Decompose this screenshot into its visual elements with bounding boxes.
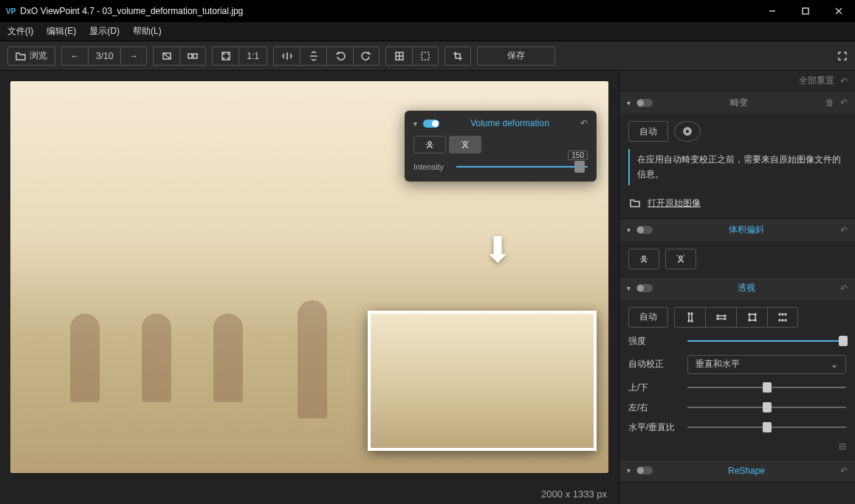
section-reshape: ▾ ReShape ↶ bbox=[619, 460, 855, 483]
nav-counter: 3/10 bbox=[88, 46, 120, 66]
overlay-enable-toggle[interactable] bbox=[423, 120, 439, 128]
up-down-slider[interactable] bbox=[687, 382, 846, 393]
menu-edit[interactable]: 编辑(E) bbox=[47, 25, 76, 38]
section-perspective: ▾ 透视 ↶ 自动 强度 bbox=[619, 277, 855, 460]
svg-line-5 bbox=[163, 53, 171, 59]
svg-point-13 bbox=[428, 142, 431, 145]
auto-correct-select[interactable]: 垂直和水平 ⌄ bbox=[687, 355, 846, 374]
minimize-button[interactable] bbox=[755, 0, 789, 22]
prev-image-button[interactable]: ← bbox=[61, 46, 88, 66]
zoom-11-button[interactable]: 1:1 bbox=[238, 46, 267, 66]
section-distortion-header[interactable]: ▾ 畸变 🗑 ↶ bbox=[619, 92, 855, 114]
left-right-label: 左/右 bbox=[628, 401, 680, 414]
crop-button[interactable] bbox=[444, 46, 471, 66]
reset-icon[interactable]: ↶ bbox=[840, 225, 848, 235]
chevron-down-icon: ▾ bbox=[627, 99, 631, 107]
save-button[interactable]: 保存 bbox=[477, 46, 555, 66]
distortion-auto-button[interactable]: 自动 bbox=[628, 121, 668, 142]
perspective-horizontal-button[interactable] bbox=[705, 307, 736, 328]
menu-help[interactable]: 帮助(L) bbox=[133, 25, 162, 38]
compare-single-button[interactable] bbox=[153, 46, 179, 66]
section-distortion: ▾ 畸变 🗑 ↶ 自动 在应用自动畸变校正之前，需要来自原始图像文件的信息。 打… bbox=[619, 92, 855, 219]
menu-bar: 文件(I) 编辑(E) 显示(D) 帮助(L) bbox=[0, 22, 855, 41]
svg-point-40 bbox=[782, 320, 783, 321]
perspective-enable-toggle[interactable] bbox=[636, 284, 653, 292]
window-title: DxO ViewPoint 4.7 - 03_volume_deformatio… bbox=[20, 6, 755, 16]
status-bar: 2000 x 1333 px bbox=[0, 483, 619, 504]
chevron-down-icon: ⌄ bbox=[831, 359, 838, 370]
volume-mode-horizontal-button[interactable] bbox=[413, 136, 446, 153]
distortion-manual-button[interactable] bbox=[674, 121, 701, 142]
section-perspective-header[interactable]: ▾ 透视 ↶ bbox=[619, 277, 855, 300]
zoom-fit-button[interactable] bbox=[212, 46, 238, 66]
image-viewer: ▾ Volume deformation ↶ Intensity 150 bbox=[0, 71, 619, 504]
close-button[interactable] bbox=[822, 0, 855, 22]
section-volume-header[interactable]: ▾ 体积偏斜 ↶ bbox=[619, 219, 855, 241]
chevron-down-icon: ▾ bbox=[627, 226, 631, 234]
trash-icon[interactable]: 🗑 bbox=[825, 97, 834, 108]
expand-more-icon[interactable]: ⊟ bbox=[628, 441, 846, 452]
distortion-notice: 在应用自动畸变校正之前，需要来自原始图像文件的信息。 bbox=[628, 149, 846, 185]
canvas-area[interactable]: ▾ Volume deformation ↶ Intensity 150 bbox=[0, 71, 619, 483]
fullscreen-button[interactable] bbox=[837, 51, 848, 61]
arrow-down-icon: ⬇ bbox=[483, 229, 512, 270]
folder-icon bbox=[630, 198, 640, 208]
reset-icon[interactable]: ↶ bbox=[840, 283, 848, 294]
volume-mode-diagonal-button[interactable] bbox=[449, 136, 481, 153]
grid-group bbox=[385, 46, 439, 66]
svg-point-14 bbox=[464, 142, 467, 145]
auto-correct-value: 垂直和水平 bbox=[696, 358, 740, 370]
main-image: ▾ Volume deformation ↶ Intensity 150 bbox=[10, 81, 608, 473]
compare-group bbox=[153, 46, 206, 66]
reset-icon[interactable]: ↶ bbox=[840, 466, 848, 476]
maximize-button[interactable] bbox=[789, 0, 822, 22]
open-original-link[interactable]: 打开原始图像 bbox=[648, 197, 701, 210]
chevron-down-icon: ▾ bbox=[627, 284, 631, 292]
overlay-reset-icon[interactable]: ↶ bbox=[580, 118, 588, 128]
left-right-slider[interactable] bbox=[687, 401, 846, 413]
svg-point-39 bbox=[779, 320, 780, 321]
compare-split-button[interactable] bbox=[179, 46, 206, 66]
volume-deformation-overlay: ▾ Volume deformation ↶ Intensity 150 bbox=[405, 111, 597, 182]
zoom-group: 1:1 bbox=[212, 46, 267, 66]
reset-icon[interactable]: ↶ bbox=[840, 97, 848, 108]
section-reshape-header[interactable]: ▾ ReShape ↶ bbox=[619, 460, 855, 482]
title-bar: VP DxO ViewPoint 4.7 - 03_volume_deforma… bbox=[0, 0, 855, 22]
distortion-title: 畸变 bbox=[659, 97, 820, 109]
open-original-row[interactable]: 打开原始图像 bbox=[628, 193, 846, 211]
reshape-title: ReShape bbox=[659, 466, 834, 476]
reshape-enable-toggle[interactable] bbox=[636, 466, 653, 474]
flip-horizontal-button[interactable] bbox=[273, 46, 300, 66]
menu-file[interactable]: 文件(I) bbox=[7, 25, 33, 38]
volume-enable-toggle[interactable] bbox=[636, 226, 653, 234]
reset-all-icon[interactable]: ↶ bbox=[840, 76, 848, 86]
app-logo: VP bbox=[6, 7, 16, 15]
perspective-8point-button[interactable] bbox=[767, 307, 798, 328]
perspective-rectangle-button[interactable] bbox=[736, 307, 767, 328]
volume-mode-h-button[interactable] bbox=[628, 249, 659, 269]
up-down-label: 上/下 bbox=[628, 382, 680, 394]
image-dimensions: 2000 x 1333 px bbox=[541, 489, 607, 500]
distortion-enable-toggle[interactable] bbox=[636, 99, 653, 107]
grid-button[interactable] bbox=[385, 46, 412, 66]
perspective-vertical-button[interactable] bbox=[674, 307, 705, 328]
flip-vertical-button[interactable] bbox=[300, 46, 326, 66]
intensity-slider[interactable]: 150 bbox=[456, 159, 588, 174]
perspective-auto-button[interactable]: 自动 bbox=[628, 307, 668, 328]
intensity-label: Intensity bbox=[413, 162, 450, 171]
perspective-intensity-slider[interactable] bbox=[687, 335, 846, 347]
next-image-button[interactable]: → bbox=[120, 46, 147, 66]
svg-point-15 bbox=[685, 129, 690, 134]
rotate-right-button[interactable] bbox=[353, 46, 380, 66]
volume-mode-d-button[interactable] bbox=[665, 249, 696, 269]
browse-button[interactable]: 浏览 bbox=[7, 46, 55, 66]
perspective-title: 透视 bbox=[659, 282, 834, 294]
rotate-left-button[interactable] bbox=[326, 46, 353, 66]
reset-all-button[interactable]: 全部重置 bbox=[799, 75, 834, 87]
hv-ratio-slider[interactable] bbox=[687, 421, 846, 433]
guides-button[interactable] bbox=[412, 46, 439, 66]
svg-point-38 bbox=[785, 314, 786, 315]
svg-point-18 bbox=[679, 256, 682, 259]
overlay-collapse-icon[interactable]: ▾ bbox=[413, 120, 417, 128]
menu-view[interactable]: 显示(D) bbox=[89, 25, 120, 38]
